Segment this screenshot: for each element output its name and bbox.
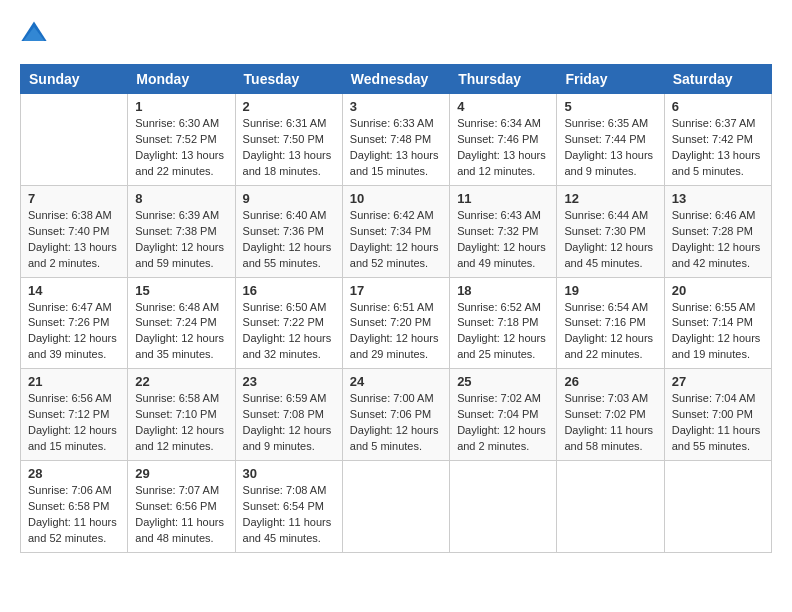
calendar-cell: 2Sunrise: 6:31 AM Sunset: 7:50 PM Daylig…: [235, 94, 342, 186]
day-info: Sunrise: 6:37 AM Sunset: 7:42 PM Dayligh…: [672, 116, 764, 180]
calendar-cell: 22Sunrise: 6:58 AM Sunset: 7:10 PM Dayli…: [128, 369, 235, 461]
day-info: Sunrise: 6:58 AM Sunset: 7:10 PM Dayligh…: [135, 391, 227, 455]
calendar-header: SundayMondayTuesdayWednesdayThursdayFrid…: [21, 65, 772, 94]
logo-icon: [20, 20, 48, 48]
day-number: 4: [457, 99, 549, 114]
day-info: Sunrise: 6:33 AM Sunset: 7:48 PM Dayligh…: [350, 116, 442, 180]
calendar-cell: 29Sunrise: 7:07 AM Sunset: 6:56 PM Dayli…: [128, 461, 235, 553]
calendar-cell: 16Sunrise: 6:50 AM Sunset: 7:22 PM Dayli…: [235, 277, 342, 369]
week-row-3: 21Sunrise: 6:56 AM Sunset: 7:12 PM Dayli…: [21, 369, 772, 461]
day-info: Sunrise: 6:38 AM Sunset: 7:40 PM Dayligh…: [28, 208, 120, 272]
day-number: 13: [672, 191, 764, 206]
calendar-cell: [21, 94, 128, 186]
logo: [20, 20, 52, 48]
day-info: Sunrise: 6:56 AM Sunset: 7:12 PM Dayligh…: [28, 391, 120, 455]
calendar-cell: 18Sunrise: 6:52 AM Sunset: 7:18 PM Dayli…: [450, 277, 557, 369]
day-number: 29: [135, 466, 227, 481]
day-number: 2: [243, 99, 335, 114]
day-info: Sunrise: 6:30 AM Sunset: 7:52 PM Dayligh…: [135, 116, 227, 180]
calendar-cell: 23Sunrise: 6:59 AM Sunset: 7:08 PM Dayli…: [235, 369, 342, 461]
day-info: Sunrise: 7:08 AM Sunset: 6:54 PM Dayligh…: [243, 483, 335, 547]
day-number: 16: [243, 283, 335, 298]
day-info: Sunrise: 6:35 AM Sunset: 7:44 PM Dayligh…: [564, 116, 656, 180]
day-info: Sunrise: 7:06 AM Sunset: 6:58 PM Dayligh…: [28, 483, 120, 547]
day-number: 3: [350, 99, 442, 114]
header-day-tuesday: Tuesday: [235, 65, 342, 94]
day-info: Sunrise: 7:07 AM Sunset: 6:56 PM Dayligh…: [135, 483, 227, 547]
day-number: 20: [672, 283, 764, 298]
day-number: 11: [457, 191, 549, 206]
day-number: 17: [350, 283, 442, 298]
calendar-cell: 26Sunrise: 7:03 AM Sunset: 7:02 PM Dayli…: [557, 369, 664, 461]
day-number: 30: [243, 466, 335, 481]
calendar-cell: 27Sunrise: 7:04 AM Sunset: 7:00 PM Dayli…: [664, 369, 771, 461]
day-info: Sunrise: 6:40 AM Sunset: 7:36 PM Dayligh…: [243, 208, 335, 272]
day-number: 28: [28, 466, 120, 481]
header-row: SundayMondayTuesdayWednesdayThursdayFrid…: [21, 65, 772, 94]
day-number: 24: [350, 374, 442, 389]
day-number: 5: [564, 99, 656, 114]
day-info: Sunrise: 6:46 AM Sunset: 7:28 PM Dayligh…: [672, 208, 764, 272]
day-number: 15: [135, 283, 227, 298]
day-info: Sunrise: 6:31 AM Sunset: 7:50 PM Dayligh…: [243, 116, 335, 180]
day-info: Sunrise: 6:55 AM Sunset: 7:14 PM Dayligh…: [672, 300, 764, 364]
day-number: 8: [135, 191, 227, 206]
calendar-cell: 1Sunrise: 6:30 AM Sunset: 7:52 PM Daylig…: [128, 94, 235, 186]
calendar-cell: [450, 461, 557, 553]
calendar-cell: 13Sunrise: 6:46 AM Sunset: 7:28 PM Dayli…: [664, 185, 771, 277]
day-number: 18: [457, 283, 549, 298]
calendar-cell: 6Sunrise: 6:37 AM Sunset: 7:42 PM Daylig…: [664, 94, 771, 186]
calendar-cell: 3Sunrise: 6:33 AM Sunset: 7:48 PM Daylig…: [342, 94, 449, 186]
calendar-cell: 25Sunrise: 7:02 AM Sunset: 7:04 PM Dayli…: [450, 369, 557, 461]
day-number: 12: [564, 191, 656, 206]
day-info: Sunrise: 6:39 AM Sunset: 7:38 PM Dayligh…: [135, 208, 227, 272]
header-day-sunday: Sunday: [21, 65, 128, 94]
day-number: 6: [672, 99, 764, 114]
day-info: Sunrise: 7:03 AM Sunset: 7:02 PM Dayligh…: [564, 391, 656, 455]
calendar-table: SundayMondayTuesdayWednesdayThursdayFrid…: [20, 64, 772, 553]
day-number: 25: [457, 374, 549, 389]
day-info: Sunrise: 6:48 AM Sunset: 7:24 PM Dayligh…: [135, 300, 227, 364]
header-day-saturday: Saturday: [664, 65, 771, 94]
day-number: 23: [243, 374, 335, 389]
calendar-cell: 17Sunrise: 6:51 AM Sunset: 7:20 PM Dayli…: [342, 277, 449, 369]
day-info: Sunrise: 6:50 AM Sunset: 7:22 PM Dayligh…: [243, 300, 335, 364]
calendar-cell: 8Sunrise: 6:39 AM Sunset: 7:38 PM Daylig…: [128, 185, 235, 277]
day-number: 10: [350, 191, 442, 206]
calendar-cell: 14Sunrise: 6:47 AM Sunset: 7:26 PM Dayli…: [21, 277, 128, 369]
day-number: 21: [28, 374, 120, 389]
calendar-cell: 4Sunrise: 6:34 AM Sunset: 7:46 PM Daylig…: [450, 94, 557, 186]
calendar-cell: [664, 461, 771, 553]
day-number: 26: [564, 374, 656, 389]
calendar-cell: 5Sunrise: 6:35 AM Sunset: 7:44 PM Daylig…: [557, 94, 664, 186]
day-info: Sunrise: 6:44 AM Sunset: 7:30 PM Dayligh…: [564, 208, 656, 272]
day-info: Sunrise: 6:34 AM Sunset: 7:46 PM Dayligh…: [457, 116, 549, 180]
day-info: Sunrise: 6:42 AM Sunset: 7:34 PM Dayligh…: [350, 208, 442, 272]
calendar-cell: 24Sunrise: 7:00 AM Sunset: 7:06 PM Dayli…: [342, 369, 449, 461]
day-info: Sunrise: 6:43 AM Sunset: 7:32 PM Dayligh…: [457, 208, 549, 272]
header-day-wednesday: Wednesday: [342, 65, 449, 94]
calendar-cell: 28Sunrise: 7:06 AM Sunset: 6:58 PM Dayli…: [21, 461, 128, 553]
day-info: Sunrise: 7:04 AM Sunset: 7:00 PM Dayligh…: [672, 391, 764, 455]
day-number: 27: [672, 374, 764, 389]
header-day-monday: Monday: [128, 65, 235, 94]
day-info: Sunrise: 6:47 AM Sunset: 7:26 PM Dayligh…: [28, 300, 120, 364]
week-row-4: 28Sunrise: 7:06 AM Sunset: 6:58 PM Dayli…: [21, 461, 772, 553]
calendar-cell: [342, 461, 449, 553]
week-row-0: 1Sunrise: 6:30 AM Sunset: 7:52 PM Daylig…: [21, 94, 772, 186]
calendar-cell: 7Sunrise: 6:38 AM Sunset: 7:40 PM Daylig…: [21, 185, 128, 277]
header-day-friday: Friday: [557, 65, 664, 94]
day-number: 7: [28, 191, 120, 206]
calendar-cell: 9Sunrise: 6:40 AM Sunset: 7:36 PM Daylig…: [235, 185, 342, 277]
calendar-cell: 10Sunrise: 6:42 AM Sunset: 7:34 PM Dayli…: [342, 185, 449, 277]
day-number: 1: [135, 99, 227, 114]
calendar-body: 1Sunrise: 6:30 AM Sunset: 7:52 PM Daylig…: [21, 94, 772, 553]
day-info: Sunrise: 6:59 AM Sunset: 7:08 PM Dayligh…: [243, 391, 335, 455]
day-info: Sunrise: 7:00 AM Sunset: 7:06 PM Dayligh…: [350, 391, 442, 455]
calendar-cell: 12Sunrise: 6:44 AM Sunset: 7:30 PM Dayli…: [557, 185, 664, 277]
calendar-cell: 15Sunrise: 6:48 AM Sunset: 7:24 PM Dayli…: [128, 277, 235, 369]
day-info: Sunrise: 6:52 AM Sunset: 7:18 PM Dayligh…: [457, 300, 549, 364]
day-number: 14: [28, 283, 120, 298]
calendar-cell: [557, 461, 664, 553]
page-header: [20, 20, 772, 48]
